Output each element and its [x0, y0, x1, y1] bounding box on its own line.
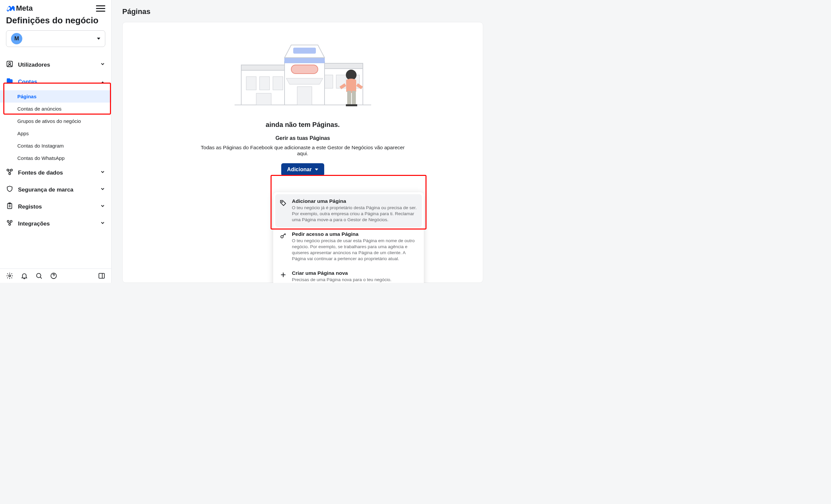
search-icon[interactable]	[35, 272, 42, 279]
svg-point-12	[9, 275, 11, 277]
empty-state-heading: ainda não tem Páginas.	[265, 121, 340, 128]
svg-point-11	[9, 224, 11, 226]
nav-sub-instagram[interactable]: Contas do Instagram	[0, 140, 111, 152]
chevron-down-icon	[100, 203, 105, 210]
nav-section-data-sources[interactable]: Fontes de dados	[0, 164, 111, 181]
dropdown-desc: O teu negócio precisa de usar esta Págin…	[292, 238, 418, 262]
svg-point-40	[281, 236, 283, 238]
svg-rect-35	[347, 91, 351, 105]
nav-section-records[interactable]: Registos	[0, 198, 111, 215]
tag-icon	[279, 199, 287, 207]
nav-label-brand-safety: Segurança de marca	[18, 186, 73, 193]
panel-toggle-icon[interactable]	[98, 272, 105, 279]
svg-rect-37	[346, 104, 352, 106]
sidebar-top: Meta Definições do negócio M	[0, 0, 111, 56]
nav: Utilizadores Contas Páginas Contas de an…	[0, 56, 111, 268]
plus-icon	[279, 271, 287, 279]
nav-section-accounts[interactable]: Contas	[0, 73, 111, 90]
dropdown-item-add-page[interactable]: Adicionar uma Página O teu negócio já é …	[275, 194, 422, 227]
shield-icon	[6, 185, 13, 194]
svg-point-1	[9, 62, 11, 64]
svg-rect-31	[293, 48, 316, 54]
empty-state-description: Todas as Páginas do Facebook que adicion…	[196, 145, 409, 156]
svg-rect-19	[246, 77, 256, 90]
integrations-icon	[6, 219, 13, 228]
dropdown-title: Pedir acesso a uma Página	[292, 231, 418, 237]
svg-point-13	[37, 273, 41, 278]
nav-sub-pages[interactable]: Páginas	[0, 90, 111, 102]
dropdown-item-create-page[interactable]: Criar uma Página nova Precisas de uma Pá…	[275, 266, 422, 283]
add-button-label: Adicionar	[287, 167, 312, 173]
caret-down-icon	[315, 169, 318, 171]
chevron-down-icon	[100, 61, 105, 68]
svg-rect-33	[297, 87, 312, 105]
nav-sub-ad-accounts[interactable]: Contas de anúncios	[0, 102, 111, 115]
sidebar: Meta Definições do negócio M Utilizadore…	[0, 0, 112, 283]
chevron-down-icon	[100, 220, 105, 227]
meta-brand[interactable]: Meta	[6, 4, 33, 13]
hamburger-menu-icon[interactable]	[96, 5, 105, 12]
settings-icon[interactable]	[6, 272, 13, 279]
key-icon	[279, 232, 287, 240]
help-icon[interactable]	[50, 272, 57, 279]
svg-rect-2	[7, 79, 13, 83]
svg-rect-38	[351, 104, 357, 106]
chevron-up-icon	[100, 78, 105, 85]
notifications-icon[interactable]	[21, 272, 28, 279]
main-header: Páginas	[112, 0, 494, 22]
add-button[interactable]: Adicionar	[281, 163, 324, 176]
nav-section-brand-safety[interactable]: Segurança de marca	[0, 181, 111, 198]
account-selector[interactable]: M	[6, 30, 105, 47]
dropdown-title: Criar uma Página nova	[292, 270, 392, 276]
svg-rect-18	[241, 65, 290, 70]
svg-point-6	[9, 173, 11, 175]
accounts-icon	[6, 77, 13, 86]
data-sources-icon	[6, 168, 13, 177]
nav-sub-asset-groups[interactable]: Grupos de ativos do negócio	[0, 115, 111, 127]
brand-row: Meta	[6, 4, 105, 13]
svg-rect-29	[285, 58, 324, 63]
nav-sub-apps[interactable]: Apps	[0, 127, 111, 140]
nav-label-integrations: Integrações	[18, 220, 50, 227]
nav-sub-accounts: Páginas Contas de anúncios Grupos de ati…	[0, 90, 111, 164]
dropdown-desc: O teu negócio já é proprietário desta Pá…	[292, 205, 418, 223]
svg-point-39	[282, 202, 283, 203]
svg-rect-32	[291, 65, 318, 73]
nav-section-integrations[interactable]: Integrações	[0, 215, 111, 232]
chevron-down-icon	[100, 169, 105, 176]
chevron-down-icon	[100, 186, 105, 193]
nav-label-users: Utilizadores	[18, 62, 50, 68]
nav-section-users[interactable]: Utilizadores	[0, 56, 111, 73]
nav-label-data-sources: Fontes de dados	[18, 170, 63, 176]
empty-state-illustration	[231, 32, 374, 115]
add-dropdown: Adicionar uma Página O teu negócio já é …	[273, 192, 424, 283]
svg-rect-22	[256, 93, 271, 105]
users-icon	[6, 60, 13, 69]
caret-down-icon	[97, 38, 100, 40]
nav-sub-whatsapp[interactable]: Contas do WhatsApp	[0, 152, 111, 164]
dropdown-item-request-access[interactable]: Pedir acesso a uma Página O teu negócio …	[275, 227, 422, 266]
svg-rect-20	[260, 77, 269, 90]
svg-rect-36	[352, 91, 356, 105]
empty-state-subheading: Gerir as tuas Páginas	[276, 135, 330, 141]
svg-rect-15	[99, 273, 105, 278]
sidebar-page-title: Definições do negócio	[6, 15, 105, 26]
sidebar-footer	[0, 268, 111, 283]
nav-label-records: Registos	[18, 204, 42, 210]
account-avatar: M	[11, 33, 22, 44]
dropdown-title: Adicionar uma Página	[292, 198, 418, 204]
svg-rect-21	[273, 77, 283, 90]
brand-name: Meta	[16, 4, 33, 13]
dropdown-desc: Precisas de uma Página nova para o teu n…	[292, 277, 392, 283]
meta-logo-icon	[6, 4, 15, 13]
nav-label-accounts: Contas	[18, 79, 37, 85]
clipboard-icon	[6, 202, 13, 211]
svg-rect-3	[7, 79, 10, 80]
